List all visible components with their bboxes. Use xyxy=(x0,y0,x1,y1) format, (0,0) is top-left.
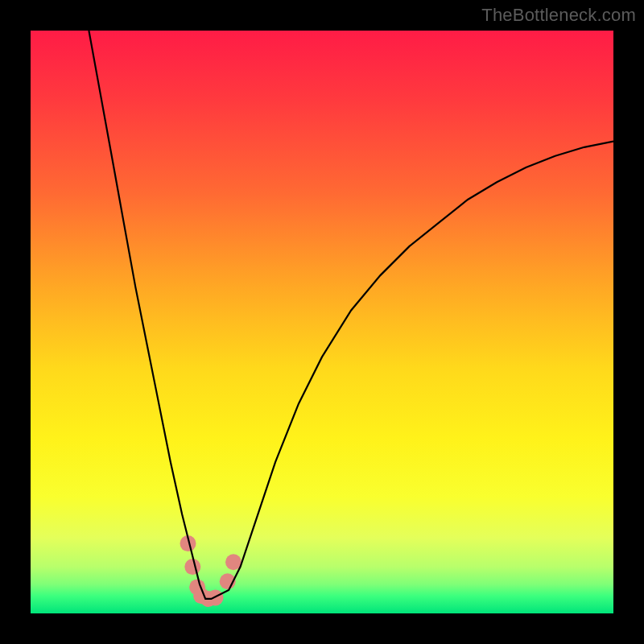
watermark-text: TheBottleneck.com xyxy=(481,5,636,26)
curve-path xyxy=(89,31,613,599)
highlight-marker xyxy=(184,559,200,575)
plot-svg xyxy=(31,31,613,613)
plot-area xyxy=(31,31,613,613)
